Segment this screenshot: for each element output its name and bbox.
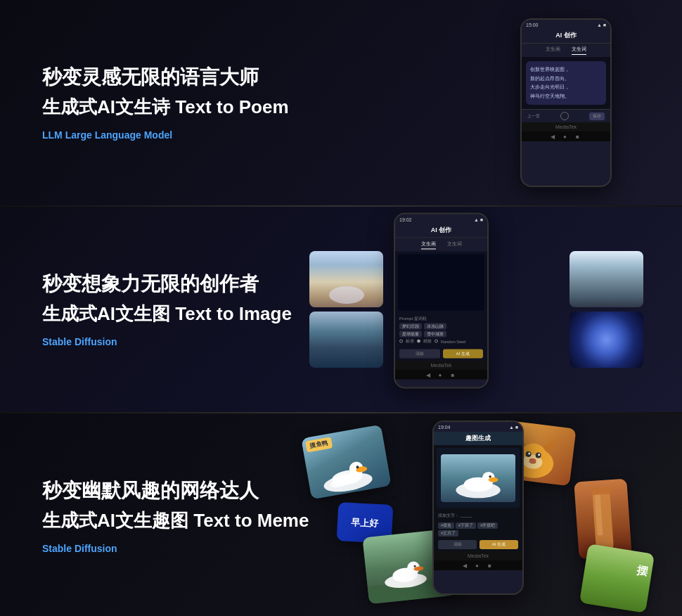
meme-section: 秒变幽默风趣的网络达人 生成式AI文生趣图 Text to Meme Stabl…	[0, 413, 682, 616]
option-standard: 标准	[406, 339, 414, 344]
poem-tech-label: LLM Large Language Model	[42, 129, 289, 141]
poem-footer: 上一页 保存	[522, 109, 610, 122]
poem-circle-btn	[560, 112, 569, 120]
image-app-title: AI 创作	[395, 224, 487, 238]
meme-preview-duck-svg	[441, 454, 515, 502]
tag-0[interactable]: 梦幻庄园	[399, 323, 422, 330]
meme-tags-row: #摸鱼 #下班了 #开摸吧 #正月了	[434, 521, 522, 538]
image-tech-label: Stable Diffusion	[42, 336, 292, 347]
poem-signal-icon: ▲ ■	[597, 23, 606, 27]
image-tab2[interactable]: 文生词	[447, 240, 462, 250]
meme-card-duck: 摸鱼鸭	[301, 425, 392, 500]
image-brand: MediaTek	[395, 361, 487, 370]
meme-images-area: 摸鱼鸭 早上好	[295, 413, 682, 616]
back-icon-img[interactable]: ◀	[426, 372, 432, 378]
image-tags-row2: 星球能量 雪中城堡	[399, 331, 483, 338]
radio-fine[interactable]	[417, 340, 420, 343]
meme-card-plant: 摆	[579, 544, 655, 613]
image-status-bar: 19:02 ▲ ■	[395, 214, 487, 224]
poem-time: 15:00	[526, 23, 539, 27]
plant-text: 摆	[640, 556, 651, 558]
image-clear-btn[interactable]: 清除	[399, 349, 440, 359]
meme-tag-3[interactable]: #正月了	[438, 530, 458, 537]
meme-tech-label: Stable Diffusion	[42, 543, 309, 554]
image-screen: Prompt 提词机 梦幻庄园 冰冻山脉 星球能量 雪中城堡 标准 精致	[395, 252, 487, 361]
image-tab1[interactable]: 文生画	[421, 240, 436, 250]
recents-icon[interactable]: ■	[576, 134, 581, 139]
meme-tag-2[interactable]: #开摸吧	[477, 522, 498, 529]
thumb-ocean	[309, 312, 383, 368]
image-phone: 19:02 ▲ ■ AI 创作 文生画 文生词 Prompt 提词机 梦幻庄园 …	[394, 213, 489, 389]
poem-phone: 15:00 ▲ ■ AI 创作 文生画 文生词 创新世界映蓝图， 新的起点昂首向…	[520, 18, 612, 187]
home-icon-meme[interactable]: ●	[475, 563, 481, 568]
image-time: 19:02	[399, 217, 412, 222]
poem-text-block: 秒变灵感无限的语言大师 生成式AI文生诗 Text to Poem LLM La…	[42, 65, 289, 141]
poem-tab2[interactable]: 文生词	[572, 46, 586, 55]
poem-save-btn[interactable]: 保存	[589, 113, 605, 120]
svg-point-28	[489, 477, 498, 482]
meme-app-title: 趣图生成	[434, 432, 522, 445]
meme-add-text-label: 添加文字：	[438, 513, 459, 518]
image-generate-btn[interactable]: AI 生成	[443, 349, 484, 359]
meme-tag-1[interactable]: #下班了	[456, 522, 476, 529]
home-icon[interactable]: ●	[563, 134, 569, 139]
home-icon-img[interactable]: ●	[439, 372, 444, 378]
image-text-block: 秒变想象力无限的创作者 生成式AI文生图 Text to Image Stabl…	[42, 271, 292, 347]
radio-seed[interactable]	[435, 340, 438, 343]
meme-clear-btn[interactable]: 清除	[438, 540, 477, 549]
meme-add-text-value: _____	[461, 513, 472, 518]
poem-output: 创新世界映蓝图， 新的起点昂首向。 大步走向光明日， 神马行空天地翔。	[526, 61, 606, 105]
image-nav-bar: ◀ ● ■	[395, 370, 487, 380]
morning-text: 早上好	[351, 515, 379, 530]
thumb-sky	[309, 251, 383, 307]
meme-tag-0[interactable]: #摸鱼	[438, 522, 454, 529]
tag-3[interactable]: 雪中城堡	[424, 331, 446, 338]
poem-title-cn: 秒变灵感无限的语言大师	[42, 65, 289, 90]
meme-signal: ▲ ■	[509, 425, 518, 430]
poem-tab1[interactable]: 文生画	[546, 46, 560, 55]
poem-app-title: AI 创作	[522, 30, 610, 44]
meme-btn-row: 清除 AI 生成	[434, 538, 522, 551]
poem-brand: MediaTek	[522, 122, 610, 131]
meme-text-block: 秒变幽默风趣的网络达人 生成式AI文生趣图 Text to Meme Stabl…	[42, 478, 309, 554]
tag-2[interactable]: 星球能量	[399, 331, 422, 338]
image-options: 标准 精致 Random Seed	[399, 339, 483, 344]
radio-standard[interactable]	[399, 340, 403, 343]
meme-status-bar: 19:04 ▲ ■	[434, 422, 522, 432]
poem-status-bar: 15:00 ▲ ■	[522, 20, 610, 30]
meme-preview	[437, 448, 520, 508]
poem-content: 创新世界映蓝图， 新的起点昂首向。 大步走向光明日， 神马行空天地翔。	[522, 57, 610, 109]
poem-tabs: 文生画 文生词	[522, 44, 610, 57]
image-tabs: 文生画 文生词	[395, 238, 487, 252]
meme-brand: MediaTek	[434, 551, 522, 560]
poem-section: 秒变灵感无限的语言大师 生成式AI文生诗 Text to Poem LLM La…	[0, 0, 682, 205]
meme-title-en: 生成式AI文生趣图 Text to Meme	[42, 509, 309, 533]
option-fine: 精致	[423, 339, 432, 344]
thumb-galaxy	[570, 312, 643, 368]
image-thumbs-right	[570, 251, 643, 368]
meme-phone-device: 19:04 ▲ ■ 趣图生成	[432, 421, 524, 595]
meme-time: 19:04	[438, 425, 451, 430]
image-preview	[398, 255, 484, 311]
poem-prev-btn[interactable]: 上一页	[527, 113, 540, 120]
meme-nav-bar: ◀ ● ■	[434, 560, 522, 570]
meme-generate-btn[interactable]: AI 生成	[480, 540, 518, 549]
image-section: 秒变想象力无限的创作者 生成式AI文生图 Text to Image Stabl…	[0, 207, 682, 412]
recents-icon-meme[interactable]: ■	[488, 563, 494, 568]
meme-title-cn: 秒变幽默风趣的网络达人	[42, 478, 309, 503]
back-icon-meme[interactable]: ◀	[463, 563, 468, 568]
back-icon[interactable]: ◀	[551, 134, 556, 139]
image-title-en: 生成式AI文生图 Text to Image	[42, 302, 292, 326]
image-prompt-area: Prompt 提词机 梦幻庄园 冰冻山脉 星球能量 雪中城堡 标准 精致	[395, 314, 487, 347]
tag-1[interactable]: 冰冻山脉	[424, 323, 446, 330]
thumb-mountain	[570, 251, 643, 307]
meme-phone: 19:04 ▲ ■ 趣图生成	[432, 421, 524, 595]
svg-point-29	[489, 475, 491, 477]
image-thumbs-left	[309, 251, 383, 368]
option-seed: Random Seed	[441, 339, 465, 343]
recents-icon-img[interactable]: ■	[451, 372, 457, 378]
poem-phone-device: 15:00 ▲ ■ AI 创作 文生画 文生词 创新世界映蓝图， 新的起点昂首向…	[520, 18, 612, 187]
image-btn-row: 清除 AI 生成	[395, 347, 487, 361]
meme-preview-img	[441, 454, 515, 502]
image-phone-device: 19:02 ▲ ■ AI 创作 文生画 文生词 Prompt 提词机 梦幻庄园 …	[394, 213, 489, 389]
